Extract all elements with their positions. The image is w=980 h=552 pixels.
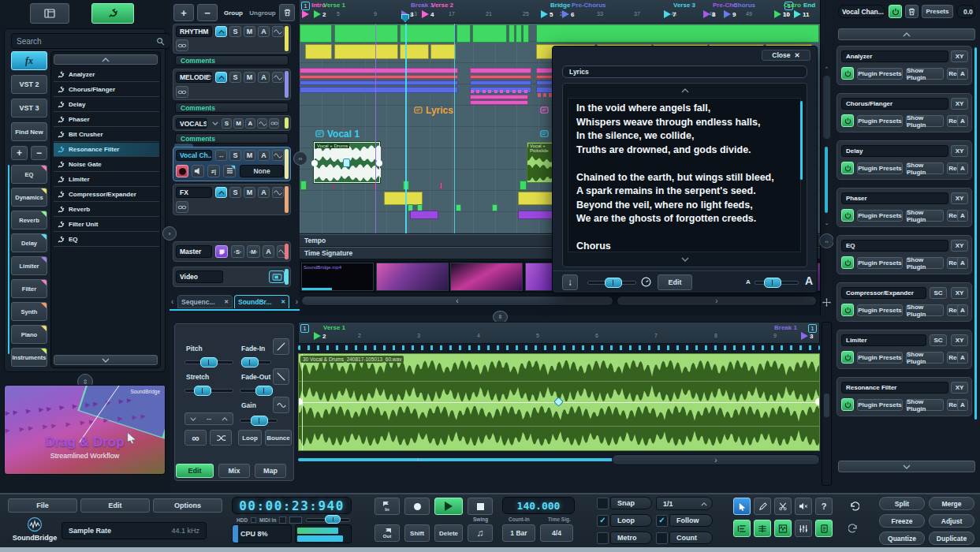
plugin-name-field[interactable]: Compressor/Expander bbox=[841, 287, 926, 299]
loop-infinite-button[interactable]: ∞ bbox=[184, 430, 207, 446]
timestretch-button[interactable]: ≠| bbox=[207, 165, 220, 177]
track-name-field[interactable]: MELODIES bbox=[176, 72, 212, 83]
show-tracks-button[interactable] bbox=[733, 520, 751, 537]
marker-label-bridge[interactable]: Bridge bbox=[550, 2, 570, 9]
scroll-speed-slider[interactable] bbox=[587, 278, 636, 287]
fade-in-shape-button[interactable] bbox=[273, 338, 289, 355]
bounce-button[interactable]: Bounce bbox=[265, 430, 292, 446]
arm-button[interactable]: A bbox=[258, 72, 270, 83]
marker-label-verse2[interactable]: Verse 2 bbox=[431, 2, 453, 9]
category-filter[interactable]: Filter bbox=[11, 279, 47, 298]
tool-split-scissors[interactable] bbox=[774, 498, 792, 515]
link-button[interactable] bbox=[176, 86, 188, 98]
automation-wave-button[interactable] bbox=[272, 187, 284, 198]
xy-button[interactable]: XY bbox=[951, 240, 968, 252]
marker-flag[interactable] bbox=[724, 10, 731, 18]
plugin-name-field[interactable]: Phaser bbox=[841, 192, 948, 204]
track-name-field[interactable]: Master bbox=[176, 245, 212, 258]
loop-start-marker[interactable]: 1 bbox=[301, 2, 310, 10]
editor-loop-end[interactable]: 1 bbox=[808, 324, 817, 333]
plugin-list-scroll-up[interactable] bbox=[54, 54, 158, 65]
remove-track-button[interactable]: − bbox=[197, 4, 218, 21]
show-lyrics-button[interactable] bbox=[815, 520, 833, 537]
show-plugin-button[interactable]: Show Plugin bbox=[906, 68, 944, 80]
xy-button[interactable]: XY bbox=[951, 287, 968, 299]
comment-marker[interactable]: Vocal 1 bbox=[315, 129, 360, 140]
merge-button[interactable]: Merge bbox=[929, 497, 974, 510]
shift-button[interactable]: Shift bbox=[404, 524, 430, 542]
category-reverb[interactable]: Reverb bbox=[11, 211, 47, 229]
comment-marker[interactable]: Lyrics bbox=[414, 105, 453, 116]
track-video[interactable]: Video bbox=[173, 267, 291, 287]
show-mixer-button[interactable] bbox=[795, 520, 812, 537]
plugin-name-field[interactable]: Analyzer bbox=[841, 50, 948, 62]
plugin-presets-button[interactable]: Plugin Presets bbox=[857, 115, 903, 127]
solo-button[interactable]: S bbox=[229, 72, 241, 83]
video-thumbnail[interactable]: SoundBridge.mp4 bbox=[301, 263, 374, 291]
clip-block[interactable] bbox=[520, 181, 527, 190]
help-button[interactable]: ? bbox=[815, 498, 833, 515]
show-plugin-button[interactable]: Show Plugin bbox=[906, 352, 944, 364]
arrangement-hscrollbar[interactable]: ‹ › bbox=[300, 294, 820, 308]
take-list-button[interactable] bbox=[223, 165, 236, 177]
arranger-view-button[interactable] bbox=[30, 3, 69, 24]
plugin-name-field[interactable]: EQ bbox=[841, 240, 948, 252]
search-input[interactable]: Search bbox=[11, 33, 170, 49]
stretch-slider[interactable] bbox=[184, 386, 233, 395]
tab-soundbridge-active[interactable]: SoundBr... ✕ bbox=[234, 295, 289, 308]
time-display[interactable]: 00:00:23:940 bbox=[232, 497, 352, 514]
clip-block[interactable] bbox=[536, 24, 818, 43]
plugin-list-item[interactable]: Analyzer bbox=[54, 68, 159, 82]
solo-button[interactable]: S bbox=[229, 187, 241, 198]
tab-vst2[interactable]: VST 2 bbox=[11, 75, 47, 94]
fade-out-shape-button[interactable] bbox=[273, 368, 289, 385]
clip-block[interactable] bbox=[492, 204, 497, 211]
punch-out-button[interactable]: Out bbox=[374, 524, 400, 542]
clip-block[interactable] bbox=[300, 24, 332, 43]
plugin-list-item[interactable]: Limiter bbox=[54, 173, 159, 187]
marker-label-prechorus[interactable]: Pre-Chorus bbox=[572, 2, 606, 9]
loop-button[interactable]: Loop bbox=[238, 430, 262, 446]
a-mode-button[interactable]: A bbox=[957, 210, 968, 222]
automation-wave-button[interactable] bbox=[272, 150, 284, 161]
video-thumbnail[interactable] bbox=[450, 263, 523, 291]
collapse-button[interactable] bbox=[215, 187, 227, 198]
clip-block[interactable] bbox=[456, 24, 471, 43]
track-name-field[interactable]: Video bbox=[176, 270, 223, 283]
automation-wave-button[interactable] bbox=[272, 26, 284, 37]
plugin-list-item[interactable]: Compressor/Expander bbox=[54, 188, 159, 202]
power-button[interactable] bbox=[841, 209, 854, 222]
editor-marker-flag[interactable] bbox=[801, 332, 808, 340]
clip-block[interactable] bbox=[470, 100, 529, 105]
automation-wave-button[interactable] bbox=[257, 118, 267, 129]
options-menu-button[interactable]: Options bbox=[153, 498, 222, 513]
editor-scroll-thumb[interactable]: › bbox=[612, 454, 820, 465]
plugin-list-item[interactable]: Resonance Filter bbox=[54, 143, 159, 157]
a-mode-button[interactable]: A bbox=[957, 162, 968, 174]
a-mode-button[interactable]: A bbox=[957, 257, 968, 269]
clip-stretch-handle[interactable] bbox=[343, 159, 350, 167]
power-button[interactable] bbox=[841, 162, 854, 174]
tab-edit[interactable]: Edit bbox=[176, 464, 214, 478]
checkbox[interactable] bbox=[656, 532, 668, 544]
vscroll-thumb[interactable] bbox=[823, 76, 830, 139]
check-follow[interactable]: ✓Follow bbox=[656, 514, 713, 528]
tabs-scroll-right[interactable]: › bbox=[296, 297, 298, 306]
tab-close-icon[interactable]: ✕ bbox=[224, 299, 229, 305]
sc-button[interactable]: SC bbox=[930, 334, 947, 346]
tab-sequence[interactable]: Sequenc... ✕ bbox=[177, 295, 233, 308]
channel-name-field[interactable]: Vocal Chan... bbox=[838, 5, 885, 18]
category-limiter[interactable]: Limiter bbox=[11, 256, 47, 275]
stretch-mode-button[interactable]: ↔ bbox=[215, 150, 227, 161]
mute-safe-button[interactable]: ·M· bbox=[247, 245, 260, 258]
vscroll-up-icon[interactable]: ⌃ bbox=[822, 66, 831, 74]
collapse-button[interactable] bbox=[215, 26, 227, 37]
midi-clip-stripe[interactable] bbox=[300, 80, 458, 85]
mute-button[interactable]: M bbox=[244, 187, 255, 198]
plugin-list-item[interactable]: Chorus/Flanger bbox=[54, 83, 159, 97]
a-mode-button[interactable]: A bbox=[957, 399, 968, 411]
pitch-slider[interactable] bbox=[184, 357, 233, 367]
clip-block[interactable] bbox=[333, 182, 335, 189]
clip-block[interactable] bbox=[410, 211, 438, 219]
gain-node-right[interactable] bbox=[815, 398, 820, 405]
